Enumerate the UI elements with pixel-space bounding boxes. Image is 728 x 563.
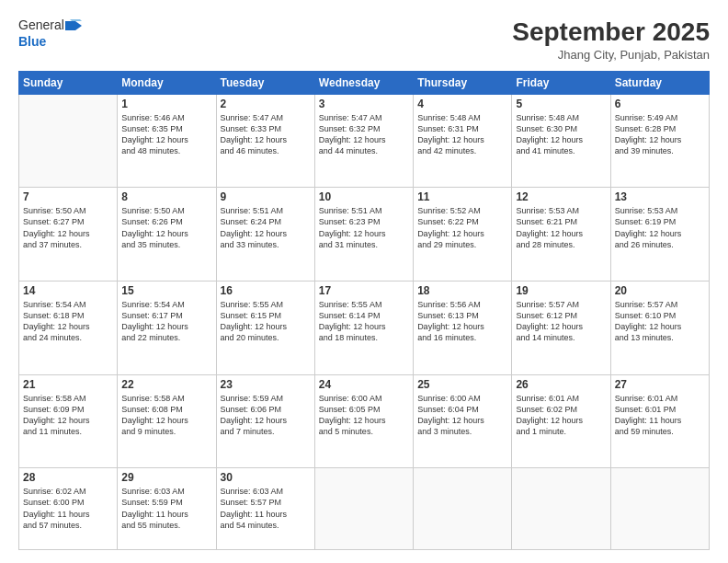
cell-text: Sunrise: 5:49 AM Sunset: 6:28 PM Dayligh… [615, 112, 705, 157]
calendar-cell: 23Sunrise: 5:59 AM Sunset: 6:06 PM Dayli… [216, 374, 314, 468]
calendar-cell: 27Sunrise: 6:01 AM Sunset: 6:01 PM Dayli… [610, 374, 709, 468]
day-number: 10 [319, 190, 409, 203]
day-number: 24 [319, 378, 409, 391]
cell-text: Sunrise: 5:56 AM Sunset: 6:13 PM Dayligh… [417, 299, 507, 344]
calendar-cell [512, 468, 610, 550]
cell-text: Sunrise: 6:00 AM Sunset: 6:04 PM Dayligh… [417, 393, 507, 438]
day-number: 4 [417, 98, 507, 110]
calendar-cell: 17Sunrise: 5:55 AM Sunset: 6:14 PM Dayli… [314, 281, 413, 374]
day-number: 2 [221, 98, 311, 110]
calendar-cell: 18Sunrise: 5:56 AM Sunset: 6:13 PM Dayli… [414, 281, 512, 374]
calendar-cell: 5Sunrise: 5:48 AM Sunset: 6:30 PM Daylig… [512, 94, 610, 188]
svg-marker-0 [65, 21, 82, 30]
cell-text: Sunrise: 5:52 AM Sunset: 6:22 PM Dayligh… [417, 205, 507, 250]
day-number: 16 [221, 284, 311, 297]
cell-text: Sunrise: 5:47 AM Sunset: 6:33 PM Dayligh… [221, 112, 311, 157]
day-number: 22 [121, 378, 211, 391]
day-number: 26 [516, 378, 606, 391]
logo-arrow-icon [65, 19, 82, 32]
calendar-cell [414, 468, 512, 550]
day-number: 29 [121, 471, 211, 484]
calendar-cell: 7Sunrise: 5:50 AM Sunset: 6:27 PM Daylig… [19, 188, 118, 282]
calendar-cell: 14Sunrise: 5:54 AM Sunset: 6:18 PM Dayli… [19, 281, 118, 374]
cell-text: Sunrise: 5:50 AM Sunset: 6:27 PM Dayligh… [23, 205, 113, 250]
cell-text: Sunrise: 6:03 AM Sunset: 5:59 PM Dayligh… [121, 486, 211, 531]
calendar-cell: 2Sunrise: 5:47 AM Sunset: 6:33 PM Daylig… [216, 94, 314, 188]
day-number: 20 [615, 284, 705, 297]
cell-text: Sunrise: 5:59 AM Sunset: 6:06 PM Dayligh… [221, 393, 311, 438]
weekday-header: Thursday [414, 71, 512, 94]
calendar-cell: 29Sunrise: 6:03 AM Sunset: 5:59 PM Dayli… [118, 468, 216, 550]
calendar-cell: 30Sunrise: 6:03 AM Sunset: 5:57 PM Dayli… [216, 468, 314, 550]
cell-text: Sunrise: 5:51 AM Sunset: 6:23 PM Dayligh… [319, 205, 409, 250]
cell-text: Sunrise: 5:48 AM Sunset: 6:30 PM Dayligh… [516, 112, 606, 157]
calendar-cell [610, 468, 709, 550]
day-number: 14 [23, 284, 113, 297]
calendar-cell: 28Sunrise: 6:02 AM Sunset: 6:00 PM Dayli… [19, 468, 118, 550]
calendar-cell: 1Sunrise: 5:46 AM Sunset: 6:35 PM Daylig… [118, 94, 216, 188]
calendar-cell: 4Sunrise: 5:48 AM Sunset: 6:31 PM Daylig… [414, 94, 512, 188]
header: General Blue September 2025 Jhang City, … [18, 17, 710, 62]
cell-text: Sunrise: 6:00 AM Sunset: 6:05 PM Dayligh… [319, 393, 409, 438]
calendar-cell: 21Sunrise: 5:58 AM Sunset: 6:09 PM Dayli… [19, 374, 118, 468]
calendar-cell: 11Sunrise: 5:52 AM Sunset: 6:22 PM Dayli… [414, 188, 512, 282]
calendar-cell: 13Sunrise: 5:53 AM Sunset: 6:19 PM Dayli… [610, 188, 709, 282]
weekday-header: Tuesday [216, 71, 314, 94]
cell-text: Sunrise: 5:53 AM Sunset: 6:19 PM Dayligh… [615, 205, 705, 250]
cell-text: Sunrise: 5:55 AM Sunset: 6:14 PM Dayligh… [319, 299, 409, 344]
logo: General Blue [18, 17, 82, 50]
cell-text: Sunrise: 6:02 AM Sunset: 6:00 PM Dayligh… [23, 486, 113, 531]
calendar-week-row: 7Sunrise: 5:50 AM Sunset: 6:27 PM Daylig… [19, 188, 710, 282]
cell-text: Sunrise: 5:46 AM Sunset: 6:35 PM Dayligh… [121, 112, 211, 157]
calendar-week-row: 21Sunrise: 5:58 AM Sunset: 6:09 PM Dayli… [19, 374, 710, 468]
day-number: 23 [221, 378, 311, 391]
calendar-cell: 20Sunrise: 5:57 AM Sunset: 6:10 PM Dayli… [610, 281, 709, 374]
calendar-cell: 24Sunrise: 6:00 AM Sunset: 6:05 PM Dayli… [314, 374, 413, 468]
cell-text: Sunrise: 5:58 AM Sunset: 6:09 PM Dayligh… [23, 393, 113, 438]
calendar-cell: 22Sunrise: 5:58 AM Sunset: 6:08 PM Dayli… [118, 374, 216, 468]
calendar-cell: 8Sunrise: 5:50 AM Sunset: 6:26 PM Daylig… [118, 188, 216, 282]
day-number: 3 [319, 98, 409, 110]
cell-text: Sunrise: 5:57 AM Sunset: 6:10 PM Dayligh… [615, 299, 705, 344]
calendar-week-row: 14Sunrise: 5:54 AM Sunset: 6:18 PM Dayli… [19, 281, 710, 374]
calendar-cell [314, 468, 413, 550]
calendar-cell: 9Sunrise: 5:51 AM Sunset: 6:24 PM Daylig… [216, 188, 314, 282]
calendar-cell [19, 94, 118, 188]
svg-marker-1 [70, 19, 82, 21]
calendar-week-row: 1Sunrise: 5:46 AM Sunset: 6:35 PM Daylig… [19, 94, 710, 188]
calendar-cell: 10Sunrise: 5:51 AM Sunset: 6:23 PM Dayli… [314, 188, 413, 282]
cell-text: Sunrise: 5:54 AM Sunset: 6:17 PM Dayligh… [121, 299, 211, 344]
calendar-cell: 3Sunrise: 5:47 AM Sunset: 6:32 PM Daylig… [314, 94, 413, 188]
calendar-week-row: 28Sunrise: 6:02 AM Sunset: 6:00 PM Dayli… [19, 468, 710, 550]
day-number: 9 [221, 190, 311, 203]
day-number: 21 [23, 378, 113, 391]
calendar-cell: 6Sunrise: 5:49 AM Sunset: 6:28 PM Daylig… [610, 94, 709, 188]
day-number: 8 [121, 190, 211, 203]
day-number: 19 [516, 284, 606, 297]
logo-text: General Blue [18, 17, 82, 50]
cell-text: Sunrise: 5:54 AM Sunset: 6:18 PM Dayligh… [23, 299, 113, 344]
day-number: 11 [417, 190, 507, 203]
weekday-header: Monday [118, 71, 216, 94]
weekday-header: Sunday [19, 71, 118, 94]
day-number: 18 [417, 284, 507, 297]
day-number: 30 [221, 471, 311, 484]
day-number: 5 [516, 98, 606, 110]
cell-text: Sunrise: 6:01 AM Sunset: 6:01 PM Dayligh… [615, 393, 705, 438]
day-number: 6 [615, 98, 705, 110]
day-number: 27 [615, 378, 705, 391]
cell-text: Sunrise: 5:55 AM Sunset: 6:15 PM Dayligh… [221, 299, 311, 344]
weekday-header: Saturday [610, 71, 709, 94]
calendar-table: SundayMondayTuesdayWednesdayThursdayFrid… [18, 71, 710, 550]
day-number: 12 [516, 190, 606, 203]
calendar-header-row: SundayMondayTuesdayWednesdayThursdayFrid… [19, 71, 710, 94]
day-number: 15 [121, 284, 211, 297]
calendar-cell: 25Sunrise: 6:00 AM Sunset: 6:04 PM Dayli… [414, 374, 512, 468]
title-block: September 2025 Jhang City, Punjab, Pakis… [512, 17, 710, 62]
weekday-header: Wednesday [314, 71, 413, 94]
cell-text: Sunrise: 5:53 AM Sunset: 6:21 PM Dayligh… [516, 205, 606, 250]
calendar-cell: 15Sunrise: 5:54 AM Sunset: 6:17 PM Dayli… [118, 281, 216, 374]
cell-text: Sunrise: 6:03 AM Sunset: 5:57 PM Dayligh… [221, 486, 311, 531]
cell-text: Sunrise: 5:57 AM Sunset: 6:12 PM Dayligh… [516, 299, 606, 344]
location: Jhang City, Punjab, Pakistan [512, 48, 710, 62]
